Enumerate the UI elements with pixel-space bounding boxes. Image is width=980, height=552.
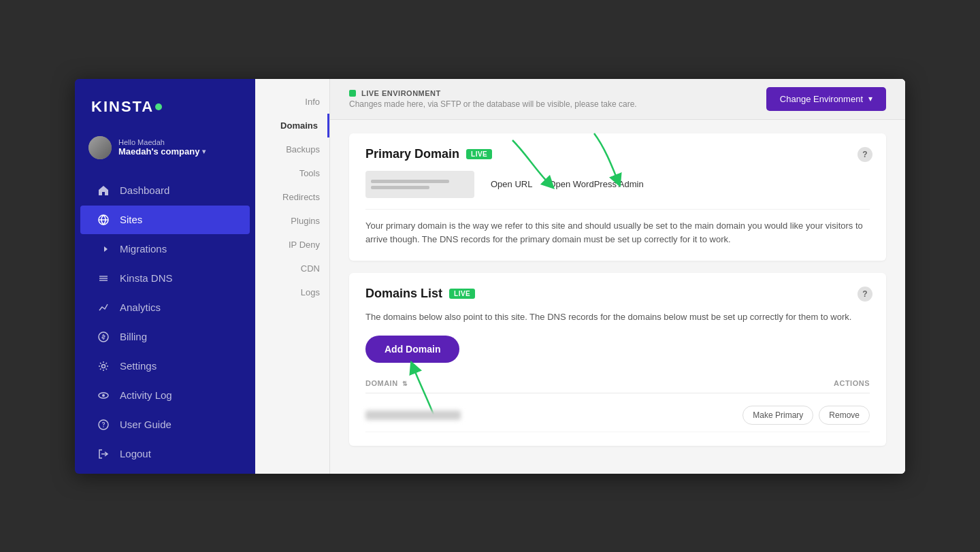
actions-column-header: ACTIONS bbox=[834, 379, 870, 387]
sub-nav-backups[interactable]: Backups bbox=[255, 137, 329, 161]
sub-nav-tools[interactable]: Tools bbox=[255, 161, 329, 185]
open-url-link[interactable]: Open URL bbox=[491, 179, 532, 189]
sidebar-item-label: Analytics bbox=[120, 302, 161, 313]
logout-icon bbox=[97, 447, 110, 461]
chart-icon bbox=[97, 301, 110, 314]
sidebar-item-migrations[interactable]: Migrations bbox=[80, 235, 250, 263]
add-domain-button[interactable]: Add Domain bbox=[365, 336, 459, 363]
env-subtitle: Changes made here, via SFTP or the datab… bbox=[349, 99, 637, 109]
sub-nav-redirects[interactable]: Redirects bbox=[255, 185, 329, 209]
page-area: LIVE ENVIRONMENT Changes made here, via … bbox=[330, 79, 905, 474]
add-domain-wrapper: Add Domain bbox=[365, 336, 459, 374]
sidebar-item-activity-log[interactable]: Activity Log bbox=[80, 381, 250, 410]
user-greeting: Hello Maedah bbox=[118, 138, 242, 146]
sidebar-item-dashboard[interactable]: Dashboard bbox=[80, 176, 250, 205]
domain-cell bbox=[365, 410, 461, 420]
primary-domain-desc: Your primary domain is the way we refer … bbox=[365, 209, 870, 248]
sub-nav-plugins[interactable]: Plugins bbox=[255, 209, 329, 233]
sub-nav-ip-deny[interactable]: IP Deny bbox=[255, 233, 329, 257]
sidebar-item-label: Settings bbox=[120, 360, 157, 372]
home-icon bbox=[97, 184, 110, 197]
sidebar-item-label: User Guide bbox=[120, 419, 172, 430]
table-actions: Make Primary Remove bbox=[742, 406, 870, 425]
domain-preview bbox=[365, 171, 474, 198]
open-wp-admin-link[interactable]: Open WordPress Admin bbox=[549, 179, 643, 189]
user-section[interactable]: Hello Maedah Maedah's company ▾ bbox=[75, 129, 255, 170]
live-badge-domains: LIVE bbox=[449, 289, 475, 299]
change-environment-button[interactable]: Change Environment ▾ bbox=[766, 87, 886, 111]
domain-column-header: DOMAIN ⇅ bbox=[365, 379, 408, 387]
live-indicator bbox=[349, 90, 356, 97]
env-title: LIVE ENVIRONMENT bbox=[349, 89, 637, 97]
content-area: Primary Domain LIVE ? Open URL bbox=[330, 120, 905, 472]
billing-icon bbox=[97, 330, 110, 344]
settings-icon bbox=[97, 359, 110, 373]
sub-nav-logs[interactable]: Logs bbox=[255, 280, 329, 304]
sidebar: KINSTA Hello Maedah Maedah's company ▾ bbox=[75, 79, 255, 474]
primary-domain-header: Primary Domain LIVE bbox=[365, 147, 870, 161]
sub-nav-domains[interactable]: Domains bbox=[255, 114, 329, 137]
sidebar-item-label: Sites bbox=[120, 214, 142, 225]
logo-area: KINSTA bbox=[75, 79, 255, 129]
svg-point-2 bbox=[102, 364, 105, 368]
table-row: Make Primary Remove bbox=[365, 399, 870, 432]
eye-icon bbox=[97, 389, 110, 402]
env-info: LIVE ENVIRONMENT Changes made here, via … bbox=[349, 89, 637, 109]
preview-bars bbox=[371, 180, 469, 189]
domains-list-help-icon[interactable]: ? bbox=[858, 287, 872, 302]
domains-list-header: Domains List LIVE bbox=[365, 287, 870, 301]
preview-bar bbox=[371, 186, 429, 189]
sub-nav-info[interactable]: Info bbox=[255, 90, 329, 114]
primary-domain-title: Primary Domain bbox=[365, 147, 459, 161]
sidebar-item-analytics[interactable]: Analytics bbox=[80, 293, 250, 322]
sidebar-item-label: Logout bbox=[120, 448, 151, 459]
domains-list-desc: The domains below also point to this sit… bbox=[365, 310, 870, 325]
table-header: DOMAIN ⇅ ACTIONS bbox=[365, 374, 870, 393]
domain-row: Open URL Open WordPress Admin bbox=[365, 171, 870, 198]
primary-domain-card: Primary Domain LIVE ? Open URL bbox=[349, 133, 886, 261]
svg-point-6 bbox=[103, 426, 104, 427]
primary-domain-help-icon[interactable]: ? bbox=[858, 147, 872, 162]
user-info: Hello Maedah Maedah's company ▾ bbox=[118, 138, 242, 157]
sidebar-item-label: Activity Log bbox=[120, 389, 172, 401]
sidebar-item-logout[interactable]: Logout bbox=[80, 440, 250, 468]
sidebar-item-sites[interactable]: Sites bbox=[80, 206, 250, 234]
avatar bbox=[88, 136, 112, 159]
user-company: Maedah's company ▾ bbox=[118, 146, 242, 157]
kinsta-logo: KINSTA bbox=[91, 98, 162, 116]
dns-icon bbox=[97, 272, 110, 285]
sub-sidebar: Info Domains Backups Tools Redirects Plu… bbox=[255, 79, 330, 474]
sub-nav-cdn[interactable]: CDN bbox=[255, 257, 329, 280]
make-primary-button[interactable]: Make Primary bbox=[742, 406, 813, 425]
svg-point-4 bbox=[102, 394, 105, 397]
guide-icon bbox=[97, 418, 110, 432]
domains-list-title: Domains List bbox=[365, 287, 442, 301]
sort-icon: ⇅ bbox=[402, 380, 408, 387]
migrate-icon bbox=[97, 242, 110, 256]
globe-icon bbox=[97, 213, 110, 227]
sidebar-item-user-guide[interactable]: User Guide bbox=[80, 410, 250, 439]
chevron-down-icon: ▾ bbox=[202, 148, 206, 155]
sidebar-item-label: Dashboard bbox=[120, 184, 169, 196]
sidebar-item-settings[interactable]: Settings bbox=[80, 352, 250, 380]
sidebar-item-label: Kinsta DNS bbox=[120, 272, 173, 284]
sidebar-item-label: Billing bbox=[120, 331, 147, 342]
live-badge-primary: LIVE bbox=[466, 149, 492, 159]
domain-value bbox=[365, 410, 461, 420]
sidebar-item-label: Migrations bbox=[120, 243, 167, 255]
environment-bar: LIVE ENVIRONMENT Changes made here, via … bbox=[330, 79, 905, 120]
main-content: Info Domains Backups Tools Redirects Plu… bbox=[255, 79, 905, 474]
domains-list-card: Domains List LIVE ? The domains below al… bbox=[349, 273, 886, 446]
preview-bar bbox=[371, 180, 449, 183]
chevron-down-icon: ▾ bbox=[868, 94, 872, 103]
main-nav: Dashboard Sites Migrations bbox=[75, 170, 255, 474]
remove-button[interactable]: Remove bbox=[819, 406, 870, 425]
sidebar-item-billing[interactable]: Billing bbox=[80, 323, 250, 351]
sidebar-item-kinsta-dns[interactable]: Kinsta DNS bbox=[80, 264, 250, 293]
